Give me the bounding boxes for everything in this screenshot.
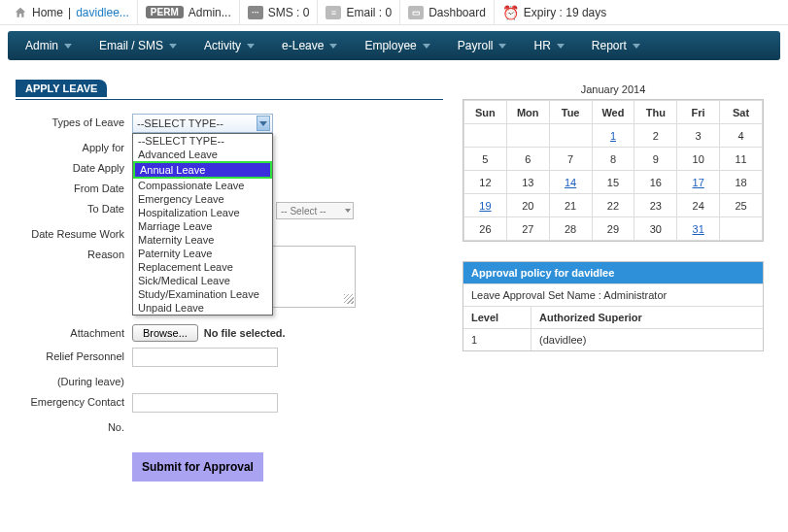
calendar-table: SunMonTueWedThuFriSat1234567891011121314…	[463, 100, 763, 241]
nav-item-email-sms[interactable]: Email / SMS	[86, 31, 190, 60]
resize-grip-icon[interactable]	[344, 294, 354, 304]
calendar-day-cell[interactable]: 21	[549, 194, 592, 217]
calendar-day-cell	[464, 124, 507, 148]
leave-type-option[interactable]: Study/Examination Leave	[133, 287, 272, 301]
admin-label: Admin...	[188, 6, 231, 19]
calendar-day-cell[interactable]: 23	[634, 194, 677, 217]
types-of-leave-select[interactable]: --SELECT TYPE--	[132, 114, 273, 133]
topbar-expiry-seg[interactable]: ⏰ Expiry : 19 days	[495, 0, 614, 24]
leave-type-option[interactable]: Sick/Medical Leave	[133, 274, 272, 287]
calendar-day-header: Thu	[634, 101, 677, 124]
calendar-day-cell[interactable]: 5	[464, 148, 507, 171]
browse-button[interactable]: Browse...	[132, 324, 198, 342]
email-label: Email : 0	[346, 6, 392, 19]
leave-type-option[interactable]: Paternity Leave	[133, 247, 272, 260]
policy-level-cell: 1	[463, 329, 531, 350]
calendar-day-cell[interactable]: 4	[720, 124, 763, 148]
calendar-day-cell[interactable]: 7	[549, 148, 592, 171]
types-of-leave-value: --SELECT TYPE--	[137, 117, 223, 129]
nav-item-report[interactable]: Report	[578, 31, 654, 60]
calendar-day-cell[interactable]: 27	[506, 217, 549, 241]
nav-item-payroll[interactable]: Payroll	[444, 31, 521, 60]
sms-icon: ···	[248, 6, 263, 19]
home-label: Home	[32, 6, 63, 19]
chevron-down-icon	[633, 44, 640, 49]
alarm-icon: ⏰	[502, 5, 519, 20]
relief-personnel-input[interactable]	[132, 348, 278, 367]
nav-item-label: Admin	[25, 39, 58, 52]
chevron-down-icon	[247, 44, 255, 49]
calendar-day-cell[interactable]: 19	[464, 194, 507, 217]
leave-type-option[interactable]: --SELECT TYPE--	[133, 134, 272, 148]
user-link[interactable]: davidlee...	[76, 6, 129, 19]
calendar-day-cell[interactable]: 17	[677, 171, 720, 194]
calendar-day-cell[interactable]: 10	[677, 148, 720, 171]
calendar-day-cell[interactable]: 9	[634, 148, 677, 171]
calendar: January 2014 SunMonTueWedThuFriSat123456…	[463, 80, 764, 242]
calendar-day-cell[interactable]: 16	[634, 171, 677, 194]
calendar-day-cell[interactable]: 20	[506, 194, 549, 217]
tabstrip: APPLY LEAVE	[16, 80, 443, 99]
calendar-day-cell[interactable]: 26	[464, 217, 507, 241]
calendar-day-cell[interactable]: 12	[464, 171, 507, 194]
calendar-day-cell[interactable]: 31	[677, 217, 720, 241]
policy-col-auth: Authorized Superior	[531, 307, 763, 328]
calendar-day-cell[interactable]: 11	[720, 148, 763, 171]
calendar-day-header: Wed	[592, 101, 634, 124]
nav-item-activity[interactable]: Activity	[190, 31, 268, 60]
submit-for-approval-button[interactable]: Submit for Approval	[132, 452, 263, 482]
calendar-day-cell[interactable]: 28	[549, 217, 592, 241]
leave-type-option[interactable]: Maternity Leave	[133, 233, 272, 247]
calendar-day-cell[interactable]: 30	[634, 217, 677, 241]
leave-type-option[interactable]: Marriage Leave	[133, 219, 272, 233]
calendar-day-cell	[506, 124, 549, 148]
types-of-leave-dropdown[interactable]: --SELECT TYPE--Advanced LeaveAnnual Leav…	[132, 133, 273, 316]
topbar-perm-seg[interactable]: PERM Admin...	[138, 0, 240, 24]
calendar-day-cell[interactable]: 14	[549, 171, 592, 194]
nav-item-admin[interactable]: Admin	[12, 31, 86, 60]
calendar-day-cell[interactable]: 25	[720, 194, 763, 217]
home-icon	[14, 6, 27, 19]
calendar-day-cell[interactable]: 13	[506, 171, 549, 194]
topbar-dashboard-seg[interactable]: ▭ Dashboard	[400, 0, 495, 24]
approval-policy-header: Approval policy for davidlee	[463, 262, 763, 283]
nav-item-label: Email / SMS	[99, 39, 163, 52]
nav-item-label: Payroll	[458, 39, 494, 52]
calendar-day-cell[interactable]: 15	[592, 171, 634, 194]
calendar-day-cell[interactable]: 2	[634, 124, 677, 148]
calendar-day-cell[interactable]: 3	[677, 124, 720, 148]
leave-type-option[interactable]: Compassionate Leave	[133, 179, 272, 192]
to-date-period-value: -- Select --	[281, 206, 326, 216]
calendar-day-cell[interactable]: 29	[592, 217, 634, 241]
leave-type-option[interactable]: Unpaid Leave	[133, 301, 272, 315]
nav-item-employee[interactable]: Employee	[351, 31, 443, 60]
topbar-sms-seg[interactable]: ··· SMS : 0	[240, 0, 319, 24]
calendar-day-cell[interactable]: 8	[592, 148, 634, 171]
leave-type-option[interactable]: Emergency Leave	[133, 192, 272, 206]
policy-col-level: Level	[463, 307, 531, 328]
leave-type-option[interactable]: Advanced Leave	[133, 148, 272, 161]
calendar-day-cell[interactable]: 18	[720, 171, 763, 194]
calendar-day-cell[interactable]: 24	[677, 194, 720, 217]
label-during-leave: (During leave)	[16, 373, 132, 387]
tab-apply-leave[interactable]: APPLY LEAVE	[16, 80, 107, 97]
emergency-contact-input[interactable]	[132, 393, 278, 413]
leave-type-option[interactable]: Annual Leave	[133, 161, 272, 179]
perm-badge: PERM	[146, 6, 184, 18]
nav-item-e-leave[interactable]: e-Leave	[268, 31, 351, 60]
label-to-date: To Date	[16, 200, 132, 215]
nav-item-hr[interactable]: HR	[520, 31, 577, 60]
policy-row: 1(davidlee)	[463, 328, 763, 350]
sms-label: SMS : 0	[268, 6, 310, 19]
to-date-period-select[interactable]: -- Select --	[276, 202, 354, 219]
leave-type-option[interactable]: Replacement Leave	[133, 260, 272, 274]
topbar-home-seg[interactable]: Home | davidlee...	[6, 0, 138, 24]
dashboard-label: Dashboard	[428, 6, 486, 19]
calendar-day-cell[interactable]: 1	[592, 124, 634, 148]
label-apply-for: Apply for	[16, 139, 132, 153]
topbar-email-seg[interactable]: ≡ Email : 0	[318, 0, 400, 24]
leave-type-option[interactable]: Hospitalization Leave	[133, 206, 272, 219]
calendar-day-cell[interactable]: 22	[592, 194, 634, 217]
calendar-day-cell[interactable]: 6	[506, 148, 549, 171]
label-emergency-contact: Emergency Contact	[16, 393, 132, 408]
